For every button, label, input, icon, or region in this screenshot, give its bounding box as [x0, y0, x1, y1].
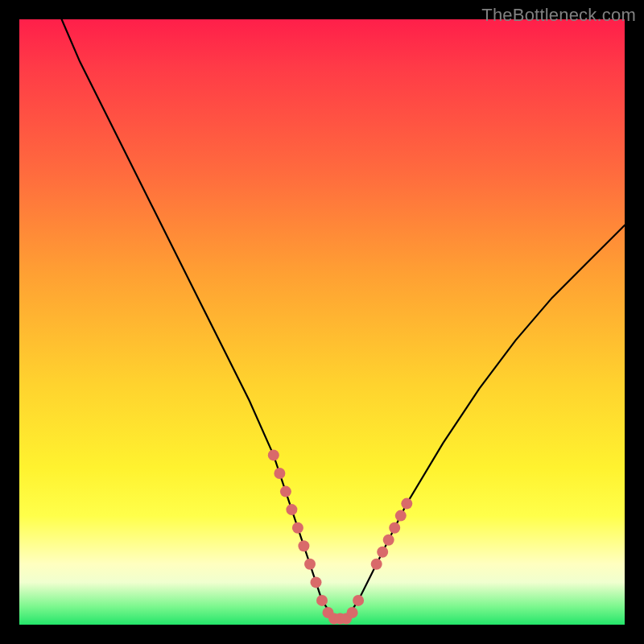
highlight-dot — [292, 522, 303, 534]
highlight-dot — [395, 510, 407, 522]
highlight-dot — [377, 547, 388, 558]
highlight-dot — [353, 595, 364, 606]
highlight-dot — [316, 595, 328, 606]
highlight-dot — [371, 559, 382, 570]
watermark-text: TheBottleneck.com — [481, 5, 636, 26]
curve-layer — [19, 19, 625, 625]
highlight-dot — [274, 468, 285, 479]
highlight-dots — [268, 449, 413, 624]
highlight-dot — [383, 535, 394, 546]
highlight-dot — [286, 504, 297, 515]
bottleneck-curve — [62, 19, 625, 619]
chart-frame: TheBottleneck.com — [0, 0, 644, 644]
highlight-dot — [311, 576, 322, 588]
highlight-dot — [401, 498, 412, 510]
plot-area — [19, 19, 625, 625]
highlight-dot — [347, 607, 358, 618]
highlight-dot — [389, 522, 400, 534]
highlight-dot — [298, 540, 309, 551]
highlight-dot — [304, 559, 316, 570]
highlight-dot — [268, 449, 279, 460]
highlight-dot — [280, 486, 291, 497]
